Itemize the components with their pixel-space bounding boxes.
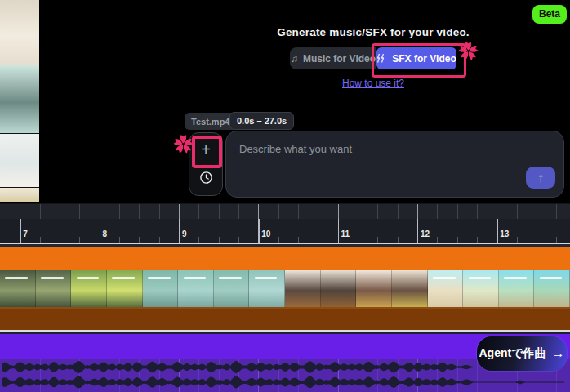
filmstrip-frame [178, 270, 214, 307]
preview-thumbnail [0, 0, 39, 65]
tab-music-label: Music for Video [303, 53, 376, 65]
history-button[interactable] [189, 169, 222, 185]
ruler-label: 8 [103, 229, 108, 238]
ruler-minor-tick [238, 237, 239, 243]
ruler-major-line [100, 219, 101, 243]
filmstrip-frame [214, 270, 250, 307]
panel-title: Generate music/SFX for your video. [176, 26, 570, 38]
timeline-tick-strip [0, 204, 570, 219]
ruler-label: 10 [261, 229, 270, 238]
subtitle-overlay [5, 277, 28, 279]
ruler-tick [100, 204, 100, 219]
ruler-tick [338, 204, 339, 219]
ruler-minor-tick [119, 237, 120, 243]
subtitle-overlay [112, 277, 135, 279]
ruler-minor-tick [219, 237, 220, 243]
add-attachment-button[interactable]: + [189, 138, 222, 161]
ruler-tick [139, 204, 140, 219]
ruler-tick [537, 204, 537, 219]
preview-thumbnail-strip [0, 0, 39, 202]
filmstrip-frame [356, 270, 392, 307]
filmstrip-frame [0, 270, 36, 307]
plus-icon: + [201, 140, 211, 159]
subtitle-overlay [255, 277, 278, 279]
prompt-input[interactable] [238, 141, 510, 189]
ruler-major-line [258, 219, 260, 243]
ruler-tick [79, 204, 80, 219]
right-arrow-icon: → [552, 346, 565, 361]
ruler-tick [159, 204, 160, 219]
time-range-chip: 0.0s – 27.0s [229, 112, 294, 130]
ruler-tick [477, 204, 478, 219]
ruler-minor-tick [537, 237, 537, 243]
filmstrip-frame [249, 270, 285, 307]
tab-music-for-video[interactable]: ♫ Music for Video [290, 47, 376, 69]
subtitle-overlay [77, 277, 100, 279]
ruler-minor-tick [159, 237, 160, 243]
ruler-tick [258, 204, 259, 219]
filmstrip-frame [428, 270, 464, 307]
ruler-major-line [179, 219, 180, 243]
subtitle-overlay [540, 277, 563, 279]
filmstrip-frame [71, 270, 107, 307]
subtitle-overlay [219, 277, 242, 279]
filmstrip-frame [463, 270, 499, 307]
subtitle-overlay [41, 277, 64, 279]
ruler-minor-tick [517, 237, 518, 243]
ruler-tick [517, 204, 518, 219]
music-note-icon: ♫ [291, 53, 298, 65]
beta-badge: Beta [532, 5, 567, 24]
ruler-tick [556, 204, 557, 219]
ruler-minor-tick [318, 237, 318, 243]
subtitle-overlay [433, 277, 456, 279]
ruler-tick [298, 204, 299, 219]
ruler-tick [377, 204, 378, 219]
ruler-tick [198, 204, 199, 219]
ruler-label: 12 [421, 229, 430, 238]
filmstrip-frame [392, 270, 428, 307]
filmstrip-frame [36, 270, 72, 307]
clip-track-lower-bar[interactable] [0, 307, 570, 330]
ruler-major-line [497, 219, 498, 243]
prompt-tools-column: + [189, 132, 223, 196]
filmstrip-frame [143, 270, 179, 307]
tab-sfx-for-video[interactable]: SFX for Video [376, 47, 456, 69]
clip-track-bar[interactable] [0, 247, 570, 270]
preview-thumbnail [0, 188, 39, 202]
ruler-major-line [20, 219, 21, 243]
filmstrip-frame [107, 270, 143, 307]
agent-compose-button[interactable]: Agentで作曲 → [477, 336, 567, 371]
ruler-minor-tick [40, 237, 41, 243]
ruler-tick [398, 204, 399, 219]
ruler-tick [497, 204, 497, 219]
ruler-tick [20, 204, 20, 219]
how-to-use-link[interactable]: How to use it? [176, 78, 570, 89]
ruler-minor-tick [398, 237, 399, 243]
subtitle-overlay [469, 277, 492, 279]
ruler-tick [60, 204, 60, 219]
clock-icon [199, 171, 213, 185]
ruler-minor-tick [79, 237, 80, 243]
ruler-label: 11 [341, 229, 350, 238]
send-button[interactable]: ↑ [526, 167, 555, 189]
timeline-ruler[interactable]: 78910111213 [0, 219, 570, 243]
video-filmstrip-track[interactable] [0, 270, 570, 307]
ruler-tick [278, 204, 279, 219]
ruler-minor-tick [556, 237, 557, 243]
ruler-tick [457, 204, 458, 219]
subtitle-overlay [504, 277, 527, 279]
subtitle-overlay [184, 277, 207, 279]
up-arrow-icon: ↑ [537, 171, 544, 185]
filmstrip-frame [321, 270, 357, 307]
tab-sfx-label: SFX for Video [392, 53, 456, 65]
ruler-tick [119, 204, 120, 219]
sfx-bolts-icon [376, 53, 387, 64]
ruler-minor-tick [457, 237, 458, 243]
ruler-minor-tick [278, 237, 279, 243]
ruler-minor-tick [477, 237, 478, 243]
ruler-tick [179, 204, 180, 219]
prompt-panel: ↑ [225, 131, 564, 198]
ruler-label: 13 [500, 229, 509, 238]
ruler-tick [417, 204, 418, 219]
filmstrip-frame [534, 270, 570, 307]
